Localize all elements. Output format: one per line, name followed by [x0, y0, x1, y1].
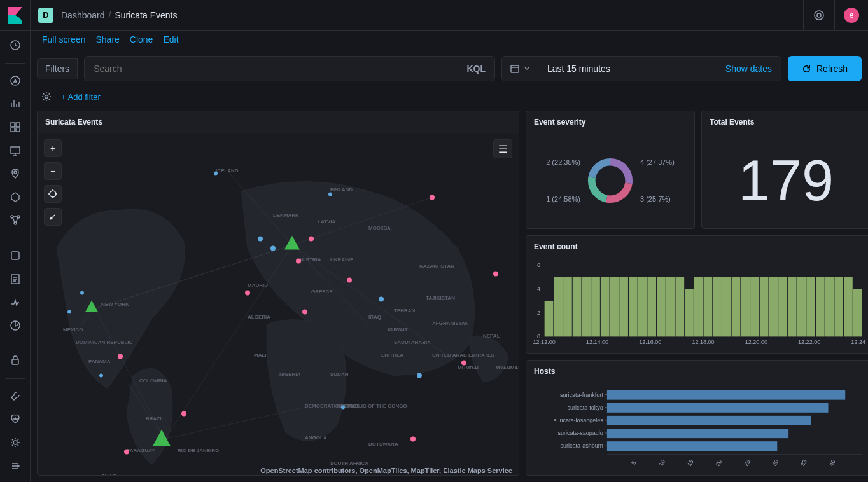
map-attribution: OpenStreetMap contributors, OpenMapTiles…: [260, 467, 512, 474]
layers-button[interactable]: ☰: [493, 139, 512, 158]
zoom-out-button[interactable]: −: [44, 162, 62, 180]
svg-rect-102: [554, 277, 563, 336]
metrics-icon[interactable]: [5, 246, 25, 266]
breadcrumb-current: Suricata Events: [115, 10, 177, 20]
svg-text:PANAMA: PANAMA: [88, 359, 111, 364]
svg-point-1: [817, 13, 821, 17]
canvas-icon[interactable]: [5, 141, 25, 160]
logs-icon[interactable]: [5, 269, 25, 289]
dashboard-icon[interactable]: [5, 118, 25, 137]
svg-text:12:24:00: 12:24:00: [851, 339, 865, 345]
devtools-icon[interactable]: [5, 387, 25, 406]
svg-rect-153: [607, 429, 788, 438]
svg-text:4: 4: [537, 286, 540, 292]
total-panel: Total Events 179: [701, 111, 868, 229]
uptime-icon[interactable]: [5, 315, 25, 335]
svg-text:ICELAND: ICELAND: [216, 168, 239, 174]
kql-label[interactable]: KQL: [458, 64, 494, 74]
recently-viewed-icon[interactable]: [5, 36, 25, 55]
map-body[interactable]: ICELANDFINLAND DENMARKLATVIA МОСКВАAUSTR…: [38, 133, 519, 476]
svg-text:DEMOCRATIC REPUBLIC OF THE CON: DEMOCRATIC REPUBLIC OF THE CONGO: [305, 403, 407, 409]
share-button[interactable]: Share: [95, 34, 119, 45]
collapse-icon[interactable]: [5, 456, 25, 476]
rail-separator: [5, 343, 25, 343]
add-filter-row: + Add filter: [31, 89, 868, 111]
svg-rect-125: [769, 277, 778, 336]
svg-point-74: [309, 237, 314, 242]
svg-text:SAUDI ARABIA: SAUDI ARABIA: [394, 340, 431, 345]
date-range-text[interactable]: Last 15 minutes: [538, 64, 717, 74]
fit-bounds-button[interactable]: [44, 185, 62, 203]
rail-separator: [5, 378, 25, 379]
breadcrumb: Dashboard / Suricata Events: [61, 10, 177, 20]
visualize-icon[interactable]: [5, 94, 25, 114]
ml-icon[interactable]: [5, 188, 25, 207]
svg-text:15: 15: [686, 458, 695, 467]
filter-settings-button[interactable]: [39, 92, 53, 102]
svg-text:UNITED ARAB EMIRATES: UNITED ARAB EMIRATES: [432, 352, 494, 358]
search-input[interactable]: [85, 64, 458, 74]
svg-text:TEHRAN: TEHRAN: [394, 308, 416, 313]
maps-icon[interactable]: [5, 164, 25, 184]
graph-icon[interactable]: [5, 210, 25, 230]
svg-rect-7: [16, 128, 20, 132]
hosts-chart: suricata-frankfurtsuricata-tokyosuricata…: [526, 382, 868, 476]
svg-text:AFGHANISTAN: AFGHANISTAN: [432, 320, 469, 326]
svg-text:DENMARK: DENMARK: [273, 212, 299, 218]
show-dates-button[interactable]: Show dates: [717, 64, 781, 74]
discover-icon[interactable]: [5, 71, 25, 91]
svg-text:MADRID: MADRID: [248, 282, 268, 288]
svg-rect-128: [797, 277, 806, 336]
map-panel: Suricata Events ICELANDFINLAND DENMARKLA: [37, 111, 519, 476]
svg-text:ALGERIA: ALGERIA: [248, 314, 270, 320]
svg-text:MUMBAI: MUMBAI: [458, 365, 479, 371]
svg-text:2: 2: [537, 310, 540, 316]
svg-point-78: [379, 297, 384, 302]
filters-toggle[interactable]: Filters: [37, 58, 78, 79]
edit-button[interactable]: Edit: [163, 34, 178, 45]
gear-icon: [41, 92, 52, 102]
svg-rect-106: [591, 277, 600, 336]
svg-text:25: 25: [743, 458, 752, 467]
svg-point-0: [815, 11, 823, 20]
refresh-button[interactable]: Refresh: [788, 56, 862, 81]
tools-button[interactable]: [44, 208, 62, 226]
svg-point-87: [181, 411, 186, 417]
dashboard-toolbar: Full screen Share Clone Edit: [31, 31, 868, 48]
apm-icon[interactable]: [5, 293, 25, 312]
space-badge[interactable]: D: [38, 8, 53, 23]
svg-point-80: [461, 361, 466, 366]
main: Full screen Share Clone Edit Filters KQL…: [31, 31, 868, 482]
svg-rect-103: [563, 277, 572, 336]
event-count-svg: 024612:12:0012:14:0012:16:0012:18:0012:2…: [531, 260, 865, 352]
management-icon[interactable]: [5, 433, 25, 453]
severity-legend-item: 1 (24.58%): [546, 195, 580, 203]
full-screen-button[interactable]: Full screen: [42, 34, 85, 45]
svg-rect-126: [778, 277, 787, 336]
clone-button[interactable]: Clone: [130, 34, 153, 45]
svg-rect-144: [607, 390, 845, 400]
svg-text:COLOMBIA: COLOMBIA: [139, 378, 167, 383]
svg-rect-120: [722, 277, 731, 336]
severity-legend-item: 4 (27.37%): [640, 158, 675, 166]
svg-text:12:22:00: 12:22:00: [798, 339, 820, 345]
monitoring-icon[interactable]: [5, 410, 25, 429]
svg-text:suricata-frankfurt: suricata-frankfurt: [560, 392, 603, 398]
breadcrumb-root[interactable]: Dashboard: [61, 10, 105, 20]
siem-icon[interactable]: [5, 351, 25, 371]
logo-box[interactable]: [0, 0, 31, 31]
zoom-in-button[interactable]: +: [44, 139, 62, 157]
date-quick-select-button[interactable]: [502, 57, 538, 81]
svg-point-90: [341, 406, 345, 410]
svg-rect-107: [601, 277, 610, 336]
svg-rect-104: [573, 277, 582, 336]
svg-rect-129: [806, 277, 815, 336]
refresh-icon: [802, 64, 811, 74]
svg-text:KUWAIT: KUWAIT: [388, 327, 408, 333]
newsfeed-icon[interactable]: [804, 0, 834, 31]
svg-text:6: 6: [537, 262, 540, 268]
avatar[interactable]: e: [844, 8, 859, 23]
svg-rect-156: [607, 441, 777, 451]
svg-text:suricata-ashburn: suricata-ashburn: [560, 443, 603, 449]
add-filter-button[interactable]: + Add filter: [61, 92, 101, 102]
